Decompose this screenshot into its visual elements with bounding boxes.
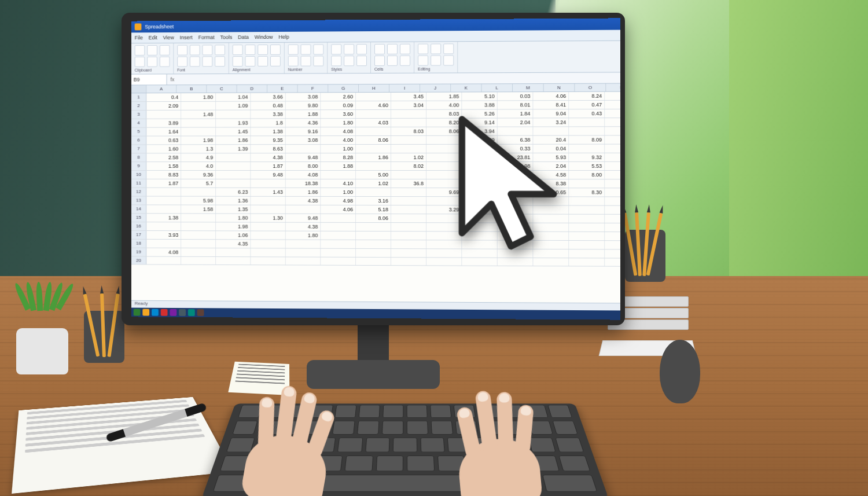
cell[interactable]: 1.06 bbox=[216, 231, 251, 239]
cell[interactable]: 3.88 bbox=[462, 101, 497, 109]
cell[interactable]: 0.69 bbox=[498, 179, 534, 188]
ribbon-button[interactable] bbox=[374, 44, 385, 54]
ribbon-button[interactable] bbox=[233, 45, 243, 55]
cell[interactable]: 3.08 bbox=[286, 93, 321, 101]
taskbar-icon[interactable] bbox=[134, 309, 141, 316]
cell[interactable]: 4.08 bbox=[146, 248, 181, 256]
cell[interactable] bbox=[605, 258, 620, 266]
cell[interactable] bbox=[498, 127, 534, 135]
cell[interactable] bbox=[216, 171, 251, 179]
cell[interactable] bbox=[286, 257, 321, 264]
cell[interactable] bbox=[251, 205, 285, 214]
cell[interactable] bbox=[462, 214, 497, 222]
spreadsheet-grid[interactable]: ABCDEFGHIJKLMNOP 10.41.801.043.663.082.6… bbox=[131, 84, 620, 304]
cell[interactable]: 1.64 bbox=[146, 128, 181, 136]
taskbar-icon[interactable] bbox=[170, 309, 176, 316]
cell[interactable]: 4.38 bbox=[251, 153, 285, 161]
cell[interactable] bbox=[356, 249, 391, 257]
cell[interactable]: 1.86 bbox=[356, 153, 391, 161]
cell[interactable]: 1.30 bbox=[251, 214, 285, 222]
cell[interactable] bbox=[391, 110, 426, 118]
cell[interactable]: 4.06 bbox=[533, 92, 569, 100]
taskbar-icon[interactable] bbox=[179, 309, 186, 316]
cell[interactable] bbox=[216, 153, 251, 161]
cell[interactable]: 1.58 bbox=[146, 162, 181, 170]
cell[interactable] bbox=[181, 240, 216, 248]
cell[interactable] bbox=[569, 145, 605, 153]
row-header[interactable]: 2 bbox=[131, 102, 146, 110]
ribbon-button[interactable] bbox=[270, 45, 281, 55]
cell[interactable] bbox=[426, 145, 462, 153]
ribbon-button[interactable] bbox=[387, 44, 398, 54]
cell[interactable]: 5.98 bbox=[181, 197, 216, 205]
cell[interactable]: 3.38 bbox=[251, 110, 285, 118]
cell[interactable] bbox=[321, 249, 356, 257]
cell[interactable] bbox=[146, 188, 181, 196]
cell[interactable]: 1.87 bbox=[251, 162, 285, 170]
ribbon-button[interactable] bbox=[288, 45, 299, 55]
cell[interactable] bbox=[181, 222, 216, 230]
ribbon-button[interactable] bbox=[147, 45, 157, 56]
cell[interactable]: 8.63 bbox=[251, 145, 285, 153]
cell[interactable] bbox=[533, 215, 569, 223]
cell[interactable]: 4.38 bbox=[286, 197, 321, 205]
cell[interactable]: 8.24 bbox=[569, 92, 605, 100]
cell[interactable] bbox=[356, 240, 391, 248]
cell[interactable]: 9.48 bbox=[286, 153, 321, 161]
ribbon-button[interactable] bbox=[190, 56, 200, 67]
cell[interactable] bbox=[216, 111, 251, 119]
cell[interactable]: 9.48 bbox=[286, 214, 321, 222]
row-header[interactable]: 17 bbox=[131, 231, 146, 239]
ribbon-button[interactable] bbox=[160, 57, 170, 67]
cell[interactable] bbox=[391, 240, 426, 248]
column-header[interactable]: E bbox=[267, 84, 298, 92]
cell[interactable]: 4.35 bbox=[216, 240, 251, 248]
cell[interactable]: 4.0 bbox=[181, 162, 216, 170]
column-header[interactable]: O bbox=[575, 84, 606, 91]
cell[interactable] bbox=[146, 257, 181, 264]
cell[interactable] bbox=[391, 197, 426, 205]
ribbon-button[interactable] bbox=[245, 45, 255, 55]
cell[interactable] bbox=[356, 223, 391, 231]
row-header[interactable]: 3 bbox=[131, 111, 146, 119]
row-header[interactable]: 6 bbox=[131, 137, 146, 145]
cell[interactable] bbox=[391, 258, 426, 265]
cell[interactable]: 0.33 bbox=[498, 145, 534, 153]
cell[interactable] bbox=[321, 240, 356, 248]
cell[interactable]: 2.04 bbox=[533, 162, 569, 170]
cell[interactable]: 3.29 bbox=[426, 205, 462, 214]
cell[interactable]: 4.9 bbox=[181, 153, 216, 161]
cell[interactable] bbox=[286, 145, 321, 153]
cell[interactable]: 8.00 bbox=[569, 171, 605, 179]
cell[interactable] bbox=[569, 241, 605, 249]
cell[interactable] bbox=[251, 248, 285, 256]
row-header[interactable]: 1 bbox=[131, 93, 146, 101]
cell[interactable]: 6.43 bbox=[498, 171, 534, 179]
cell[interactable]: 3.24 bbox=[533, 118, 569, 126]
cell[interactable]: 1.60 bbox=[146, 145, 181, 153]
ribbon-button[interactable] bbox=[160, 45, 170, 56]
cell[interactable] bbox=[356, 162, 391, 170]
cell[interactable] bbox=[356, 93, 391, 101]
cell[interactable]: 4.03 bbox=[356, 119, 391, 127]
column-header[interactable]: M bbox=[513, 84, 544, 91]
cell[interactable]: 1.98 bbox=[216, 222, 251, 230]
cell[interactable]: 8.02 bbox=[391, 162, 426, 170]
cell[interactable]: 1.39 bbox=[216, 145, 251, 153]
cell[interactable] bbox=[251, 223, 285, 231]
cell[interactable]: 1.00 bbox=[321, 188, 356, 196]
ribbon-button[interactable] bbox=[431, 55, 441, 65]
cell[interactable] bbox=[321, 258, 356, 265]
cell[interactable]: 4.08 bbox=[286, 171, 321, 179]
cell[interactable]: 4.00 bbox=[321, 136, 356, 144]
cell[interactable] bbox=[569, 223, 605, 232]
ribbon-button[interactable] bbox=[301, 56, 311, 67]
ribbon-button[interactable] bbox=[344, 56, 354, 66]
cell[interactable]: 4.60 bbox=[356, 101, 391, 109]
cell[interactable] bbox=[605, 223, 620, 232]
cell[interactable] bbox=[462, 240, 497, 248]
cell[interactable] bbox=[462, 197, 497, 205]
cell[interactable] bbox=[569, 249, 605, 258]
cell[interactable] bbox=[462, 258, 497, 266]
cell[interactable]: 8.01 bbox=[498, 101, 534, 109]
